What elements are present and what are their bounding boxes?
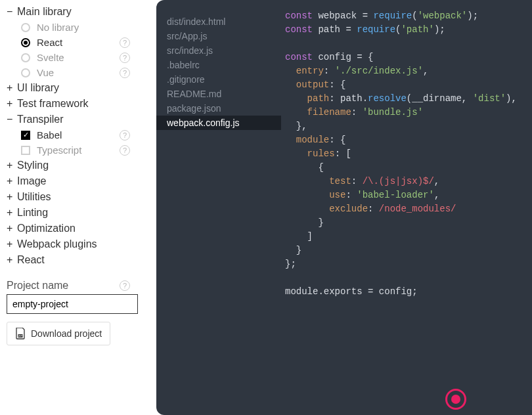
option-row[interactable]: Typescript? [7,142,150,158]
download-project-button[interactable]: ZIP Download project [7,322,110,345]
radio-icon [21,53,30,62]
record-button[interactable] [445,389,466,410]
option-row[interactable]: React? [7,35,150,50]
section-label: React [17,254,45,266]
expand-icon: + [7,160,17,171]
section-header[interactable]: +Test framework [7,96,150,112]
section-label: Transpiler [17,114,64,125]
section-label: Optimization [17,223,76,234]
file-item[interactable]: src/index.js [167,43,281,58]
option-row[interactable]: No library [7,20,150,35]
project-name-label: Project name [7,280,120,292]
section-label: Image [17,175,46,187]
section-header[interactable]: +Optimization [7,221,150,236]
file-item[interactable]: dist/index.html [167,14,281,29]
option-label: React [37,37,62,48]
help-icon[interactable]: ? [120,130,130,141]
section-header[interactable]: +Webpack plugins [7,236,150,252]
section-header[interactable]: +Styling [7,158,150,173]
sidebar: −Main libraryNo libraryReact?Svelte?Vue?… [0,0,156,415]
help-icon[interactable]: ? [120,68,130,78]
radio-icon [21,68,30,77]
section-header[interactable]: −Transpiler [7,112,150,127]
option-row[interactable]: Vue? [7,65,150,80]
zip-icon: ZIP [15,328,26,339]
option-label: Typescript [37,144,81,156]
help-icon[interactable]: ? [120,53,130,63]
section-header[interactable]: +Linting [7,205,150,221]
section-header[interactable]: +Image [7,173,150,189]
section-label: Styling [17,160,49,171]
option-label: Vue [37,67,54,78]
section-header[interactable]: +React [7,252,150,268]
code-editor[interactable]: const webpack = require('webpack'); cons… [281,0,532,415]
section-header[interactable]: +Utilities [7,189,150,205]
expand-icon: + [7,98,17,110]
section-label: Linting [17,207,48,219]
section-label: Webpack plugins [17,238,97,250]
file-item[interactable]: src/App.js [167,29,281,43]
checkbox-icon [21,146,30,155]
section-label: Test framework [17,98,88,110]
help-icon[interactable]: ? [120,145,130,156]
editor-panel: dist/index.htmlsrc/App.jssrc/index.js.ba… [156,0,532,415]
option-label: Svelte [37,52,64,63]
help-icon[interactable]: ? [120,37,130,48]
file-item[interactable]: package.json [167,101,281,116]
expand-icon: + [7,175,17,187]
radio-icon [21,38,30,47]
option-label: No library [37,22,79,33]
collapse-icon: − [7,6,17,18]
expand-icon: + [7,82,17,94]
option-row[interactable]: Babel? [7,127,150,142]
expand-icon: + [7,191,17,203]
file-item[interactable]: .gitignore [167,72,281,87]
section-header[interactable]: −Main library [7,4,150,20]
collapse-icon: − [7,114,17,125]
expand-icon: + [7,207,17,219]
expand-icon: + [7,223,17,234]
expand-icon: + [7,254,17,266]
checkbox-icon [21,131,30,140]
section-label: Main library [17,6,72,18]
section-label: UI library [17,82,59,94]
project-name-input[interactable] [7,294,138,314]
option-label: Babel [37,129,62,141]
svg-text:ZIP: ZIP [18,335,22,338]
help-icon[interactable]: ? [120,280,130,291]
section-header[interactable]: +UI library [7,80,150,96]
file-list: dist/index.htmlsrc/App.jssrc/index.js.ba… [156,0,281,415]
radio-icon [21,23,30,32]
file-item[interactable]: webpack.config.js [156,116,281,130]
section-label: Utilities [17,191,51,203]
option-row[interactable]: Svelte? [7,50,150,65]
expand-icon: + [7,238,17,250]
download-label: Download project [31,328,102,339]
file-item[interactable]: .babelrc [167,58,281,72]
file-item[interactable]: README.md [167,87,281,101]
